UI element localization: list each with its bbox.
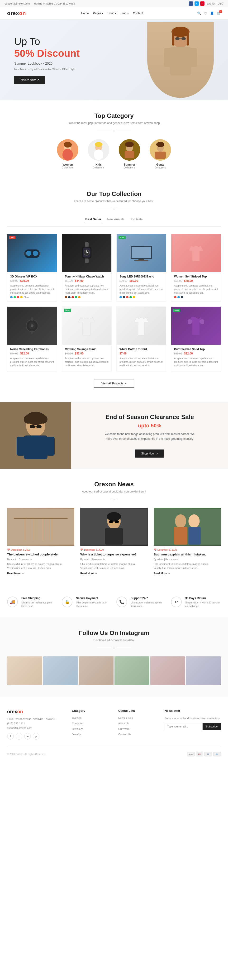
- nav-blog[interactable]: Blog ▾: [121, 12, 128, 15]
- product-card-watch[interactable]: Tommy Hilfiger Chase Watch $50.00 $44.00…: [62, 234, 112, 302]
- svg-rect-58: [36, 425, 41, 428]
- view-all-button[interactable]: View All Products ↗: [94, 379, 134, 388]
- newsletter-subscribe-button[interactable]: Subscribe: [203, 723, 221, 730]
- facebook-icon[interactable]: f: [189, 2, 193, 6]
- wishlist-icon[interactable]: ♡: [204, 11, 207, 15]
- svg-point-17: [95, 142, 102, 147]
- product-price-earphones: $44.00 $22.00: [10, 352, 54, 355]
- product-card-top[interactable]: Women Self Striped Top $55.00 $48.00 Ace…: [171, 234, 221, 302]
- news-card-3[interactable]: 📅 December 5, 2020 But I must explain al…: [154, 508, 221, 575]
- product-card-vr[interactable]: Hot 3D Glasses VR BOX $49.00 $35.00 Acep…: [7, 234, 57, 302]
- footer-category-computer: Computer: [72, 722, 109, 725]
- footer-category-jewellery: Jewellery: [72, 727, 109, 730]
- category-summer[interactable]: Summer Collections: [119, 139, 140, 169]
- instagram-item-6[interactable]: [186, 656, 221, 685]
- svg-rect-4: [175, 37, 179, 40]
- arrow-right-icon: ↗: [124, 382, 127, 385]
- product-desc-tv: Acepteur sed occaecat cupidatat non proi…: [119, 284, 163, 294]
- footer-newsletter-col: Newsletter Enter your email address to r…: [165, 709, 221, 740]
- product-image-watch: [62, 234, 111, 272]
- news-card-1[interactable]: 📅 December 3, 2020 The barbers switched …: [7, 508, 74, 575]
- news-image-2: [80, 508, 147, 546]
- cart-icon[interactable]: 🛒 1: [217, 11, 221, 15]
- product-image-tv: New: [117, 234, 166, 272]
- instagram-grid: [7, 656, 221, 685]
- product-card-purple-top[interactable]: New Puff Sleeved Solid Top $40.00 $32.00…: [171, 307, 221, 372]
- arrow-icon: →: [21, 572, 24, 575]
- news-card-2[interactable]: 📅 December 5, 2020 Why is a ticket to la…: [80, 508, 147, 575]
- footer-twitter-icon[interactable]: t: [16, 733, 22, 740]
- footer-columns: orexon. 4193 Rosser Avenue, Nashville TN…: [7, 709, 221, 740]
- feature-payment-text: Secure Payment Ullamcorper malesuada pro…: [76, 597, 112, 608]
- news-title: Orexon News: [7, 480, 221, 488]
- svg-point-69: [107, 512, 121, 521]
- svg-rect-37: [85, 258, 89, 263]
- tab-best-seller[interactable]: Best Seller: [85, 217, 101, 223]
- top-category-title: Top Category: [7, 112, 221, 119]
- read-more-1[interactable]: Read More →: [7, 572, 24, 575]
- instagram-item-2[interactable]: [43, 656, 78, 685]
- hero-subtitle: Summer Lookbook - 2020: [14, 62, 79, 65]
- category-women[interactable]: Women Collections: [57, 139, 78, 169]
- tab-new-arrivals[interactable]: New Arrivals: [107, 217, 124, 223]
- product-image-vr: Hot: [7, 234, 57, 272]
- product-price-purple-top: $40.00 $32.00: [174, 352, 218, 355]
- svg-rect-70: [109, 520, 113, 523]
- product-desc-vr: Acepteur sed occaecat cupidatat non proi…: [10, 284, 54, 294]
- footer-pinterest-icon[interactable]: p: [33, 733, 40, 740]
- clearance-shop-button[interactable]: Shop Now ↗: [135, 450, 164, 458]
- read-more-3[interactable]: Read More →: [154, 572, 171, 575]
- footer-facebook-icon[interactable]: f: [7, 733, 14, 740]
- products-grid: Hot 3D Glasses VR BOX $49.00 $35.00 Acep…: [7, 234, 221, 372]
- search-icon[interactable]: 🔍: [197, 11, 201, 15]
- topbar-right: f t p English USD: [189, 2, 223, 6]
- logo[interactable]: orexon.: [7, 10, 27, 16]
- currency-selector[interactable]: USD: [218, 2, 223, 5]
- payment-icon: 🔒: [62, 597, 73, 607]
- twitter-icon[interactable]: t: [195, 2, 199, 6]
- hero-content: Up To 50% Discount Summer Lookbook - 202…: [14, 36, 79, 84]
- topbar-contact: support@orexon.com Hotline Prntored 0-0 …: [5, 2, 78, 5]
- product-card-earphones[interactable]: Noise Cancelling Earphones $44.00 $22.00…: [7, 307, 57, 372]
- read-more-2[interactable]: Read More →: [80, 572, 97, 575]
- product-card-clothing[interactable]: New Clothing Salange Tunic $40.00 $32.00…: [62, 307, 112, 372]
- language-selector[interactable]: English: [207, 2, 215, 5]
- news-desc-1: Ulla incididunt ut labore et dolore magn…: [7, 562, 74, 570]
- product-card-tshirt[interactable]: White Cotton T-Shirt $7.09 Acepteur sed …: [116, 307, 166, 372]
- clearance-content-area: End of Season Clearance Sale upto 50% We…: [71, 404, 228, 467]
- instagram-item-5[interactable]: [150, 656, 185, 685]
- clearance-title: End of Season Clearance Sale: [102, 414, 197, 421]
- cart-badge: 1: [219, 10, 222, 13]
- nav-home[interactable]: Home: [81, 12, 89, 15]
- instagram-item-4[interactable]: [114, 656, 149, 685]
- tab-top-rate[interactable]: Top Rate: [130, 217, 143, 223]
- nav-contact[interactable]: Contact: [133, 12, 143, 15]
- collection-divider: ◇: [7, 208, 221, 210]
- nav-shop[interactable]: Shop ▾: [108, 12, 116, 15]
- svg-rect-46: [31, 331, 33, 334]
- svg-rect-52: [17, 437, 25, 456]
- category-gents[interactable]: Gents Collections: [150, 139, 171, 169]
- hero-cta-button[interactable]: Explore Now ↗: [14, 76, 45, 84]
- product-card-tv[interactable]: New Sony LED 39R300E Basic $90.00 $80.00…: [116, 234, 166, 302]
- nav-pages[interactable]: Pages ▾: [93, 12, 103, 15]
- account-icon[interactable]: 👤: [210, 11, 214, 15]
- product-name-tv: Sony LED 39R300E Basic: [119, 275, 163, 278]
- product-price-clothing: $40.00 $32.00: [65, 352, 109, 355]
- news-meta-2: By admin | 0 comments: [80, 558, 147, 561]
- clearance-text: End of Season Clearance Sale upto 50% We…: [102, 414, 197, 458]
- svg-rect-77: [188, 527, 201, 545]
- product-price-tv: $90.00 $80.00: [119, 279, 163, 283]
- footer-instagram-icon[interactable]: in: [24, 733, 31, 740]
- newsletter-email-input[interactable]: [165, 723, 203, 730]
- pinterest-icon[interactable]: p: [200, 2, 204, 6]
- clearance-image: [0, 402, 71, 469]
- collection-subtitle: There are some products that we featured…: [7, 200, 221, 203]
- footer-useful-list: News & Tips About Us Our Work Contact Us: [118, 716, 155, 736]
- category-summer-sub: Collections: [119, 166, 140, 169]
- instagram-item-3[interactable]: [79, 656, 114, 685]
- shipping-icon: 🚚: [7, 597, 18, 607]
- instagram-item-1[interactable]: [7, 656, 42, 685]
- category-kids[interactable]: Kids Collections: [88, 139, 109, 169]
- feature-return-text: 30 Days Return Simply return it within 3…: [185, 597, 221, 608]
